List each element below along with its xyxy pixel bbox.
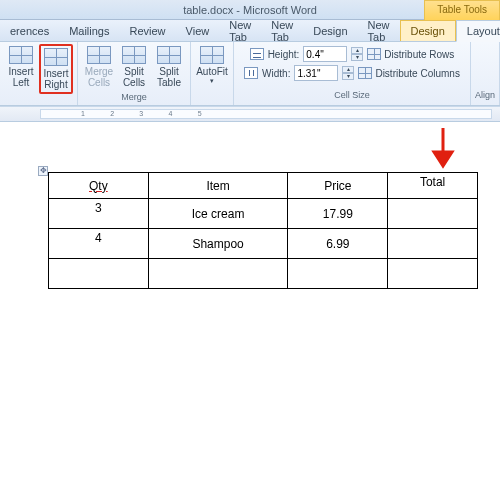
group-merge-title: Merge	[121, 91, 147, 103]
width-spinner[interactable]: ▴▾	[342, 66, 354, 80]
height-spinner[interactable]: ▴▾	[351, 47, 363, 61]
table-move-handle[interactable]: ✥	[38, 166, 48, 176]
group-merge: Merge Cells Split Cells Split Table Merg…	[78, 42, 191, 105]
insert-left-icon	[9, 46, 33, 64]
insert-left-button[interactable]: Insert Left	[4, 44, 38, 94]
document-page: ✥ Qty Item Price Total 3 Ice cream 17.99…	[0, 122, 500, 307]
group-rows-columns: Insert Left Insert Right	[0, 42, 78, 105]
distribute-columns-button[interactable]: Distribute Columns	[358, 67, 459, 79]
distribute-rows-icon	[367, 48, 381, 60]
distribute-columns-icon	[358, 67, 372, 79]
split-cells-icon	[122, 46, 146, 64]
insert-right-icon	[44, 48, 68, 66]
document-table[interactable]: Qty Item Price Total 3 Ice cream 17.99 4…	[48, 172, 478, 289]
height-icon	[250, 48, 264, 60]
split-cells-button[interactable]: Split Cells	[117, 44, 151, 90]
height-label: Height:	[268, 49, 300, 60]
height-input[interactable]	[303, 46, 347, 62]
tab-table-design[interactable]: Design	[400, 20, 456, 41]
tab-view[interactable]: View	[176, 21, 220, 41]
ribbon: Insert Left Insert Right Merge Cells Spl…	[0, 42, 500, 106]
annotation-arrow	[428, 126, 458, 174]
header-item[interactable]: Item	[148, 173, 288, 199]
group-cell-size-title: Cell Size	[334, 89, 370, 101]
table-row: 3 Ice cream 17.99	[49, 199, 478, 229]
contextual-tab-table-tools: Table Tools	[424, 0, 500, 20]
horizontal-ruler[interactable]	[0, 106, 500, 122]
header-total[interactable]: Total	[388, 173, 478, 199]
chevron-down-icon: ▾	[210, 77, 214, 85]
table-row: 4 Shampoo 6.99	[49, 229, 478, 259]
header-price[interactable]: Price	[288, 173, 388, 199]
group-cell-size: Height: ▴▾ Distribute Rows Width: ▴▾ Dis…	[234, 42, 471, 105]
width-label: Width:	[262, 68, 290, 79]
autofit-button[interactable]: AutoFit ▾	[195, 44, 229, 87]
header-qty[interactable]: Qty	[89, 179, 108, 193]
merge-cells-icon	[87, 46, 111, 64]
tab-review[interactable]: Review	[120, 21, 176, 41]
autofit-icon	[200, 46, 224, 64]
ribbon-tabs: erences Mailings Review View New Tab New…	[0, 20, 500, 42]
group-alignment: Align	[471, 42, 500, 105]
width-icon	[244, 67, 258, 79]
split-table-icon	[157, 46, 181, 64]
insert-right-button[interactable]: Insert Right	[39, 44, 73, 94]
table-row	[49, 259, 478, 289]
table-row: Qty Item Price Total	[49, 173, 478, 199]
tab-references[interactable]: erences	[0, 21, 59, 41]
window-title: table.docx - Microsoft Word	[183, 4, 317, 16]
tab-table-layout[interactable]: Layout	[456, 20, 500, 42]
title-bar: table.docx - Microsoft Word Table Tools	[0, 0, 500, 20]
split-table-button[interactable]: Split Table	[152, 44, 186, 90]
group-align-title: Align	[475, 89, 495, 101]
group-autofit: AutoFit ▾	[191, 42, 234, 105]
width-input[interactable]	[294, 65, 338, 81]
distribute-rows-button[interactable]: Distribute Rows	[367, 48, 454, 60]
merge-cells-button[interactable]: Merge Cells	[82, 44, 116, 90]
tab-mailings[interactable]: Mailings	[59, 21, 119, 41]
tab-design-1[interactable]: Design	[303, 21, 357, 41]
